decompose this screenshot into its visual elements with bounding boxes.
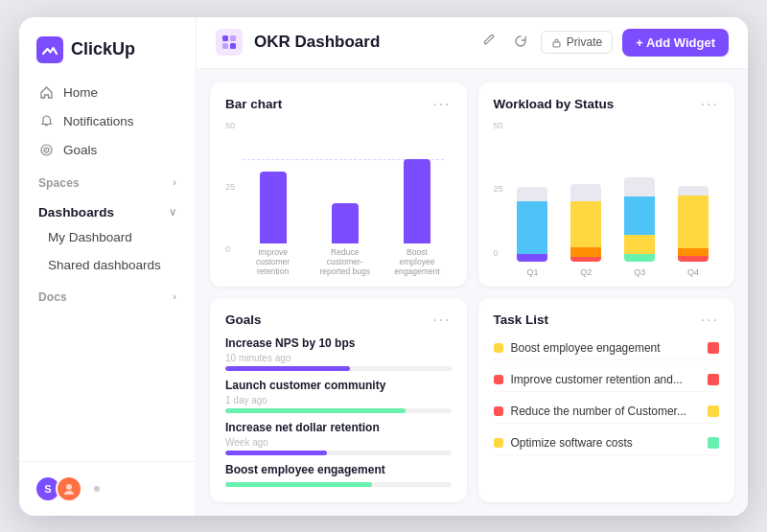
q4-seg-3 xyxy=(678,256,709,262)
q4-seg-0 xyxy=(678,186,709,196)
goal-1-progress-fill xyxy=(225,366,350,371)
bar-1 xyxy=(260,172,287,243)
dashboards-label: Dashboards xyxy=(38,205,114,220)
q4-label: Q4 xyxy=(687,267,699,277)
target-icon xyxy=(38,143,54,158)
task-name-3: Reduce the number of Customer... xyxy=(511,405,701,418)
workload-more-button[interactable]: ··· xyxy=(701,96,719,113)
q3-seg-3 xyxy=(624,254,655,262)
stacked-bar-q4-bar xyxy=(678,186,709,262)
docs-label: Docs xyxy=(38,290,67,304)
bar-label-3: Boost employee engagement xyxy=(390,247,443,277)
stacked-chart-area: 50 25 0 Q xyxy=(494,121,720,277)
workload-widget: Workload by Status ··· 50 25 0 xyxy=(478,82,735,287)
svg-point-4 xyxy=(66,484,72,490)
dashboard-title: OKR Dashboard xyxy=(254,33,468,52)
bar-group-1: Improve customer retention xyxy=(246,172,299,277)
sidebar-item-my-dashboard[interactable]: My Dashboard xyxy=(29,223,186,251)
goal-4-progress-bar xyxy=(225,482,452,487)
grid-icon xyxy=(221,35,237,50)
edit-button[interactable] xyxy=(479,31,500,55)
goals-widget: Goals ··· Increase NPS by 10 bps 10 minu… xyxy=(210,298,467,502)
avatar-stack: S xyxy=(35,475,82,502)
svg-point-3 xyxy=(45,150,47,151)
bar-3 xyxy=(404,159,430,243)
goal-item-2: Launch customer community 1 day ago xyxy=(225,379,452,413)
clickup-logo-icon xyxy=(36,36,63,63)
dashboards-chevron-icon: ∨ xyxy=(169,206,176,219)
main-content: OKR Dashboard Private + Add Widget xyxy=(197,17,748,516)
q3-seg-2 xyxy=(624,235,655,254)
bar-label-1: Improve customer retention xyxy=(246,247,299,277)
q1-seg-2 xyxy=(517,254,547,262)
bar-group-2: Reduce customer-reported bugs xyxy=(318,203,371,277)
sidebar-item-shared-dashboards[interactable]: Shared dashboards xyxy=(29,251,186,279)
task-item-2[interactable]: Improve customer retention and... xyxy=(494,368,720,392)
task-item-3[interactable]: Reduce the number of Customer... xyxy=(494,400,720,424)
q3-label: Q3 xyxy=(634,267,645,277)
task-dot-1 xyxy=(494,343,503,353)
goal-item-1: Increase NPS by 10 bps 10 minutes ago xyxy=(225,336,452,371)
task-list-title: Task List xyxy=(494,312,549,327)
task-name-4: Optimize software costs xyxy=(511,436,701,450)
bell-icon xyxy=(38,114,54,129)
task-dot-4 xyxy=(494,438,503,448)
q2-seg-3 xyxy=(570,257,601,262)
q4-seg-2 xyxy=(678,248,709,256)
goal-4-name: Boost employee engagement xyxy=(225,463,385,476)
task-flag-3 xyxy=(708,405,719,417)
goal-1-progress-bar xyxy=(225,366,452,371)
my-dashboard-label: My Dashboard xyxy=(48,230,132,244)
sidebar-item-home-label: Home xyxy=(63,85,98,100)
bar-group-3: Boost employee engagement xyxy=(390,159,443,277)
svg-rect-6 xyxy=(230,35,236,41)
stacked-bar-q1: Q1 xyxy=(515,187,551,277)
q2-seg-2 xyxy=(570,247,601,257)
goal-1-name: Increase NPS by 10 bps xyxy=(225,336,355,350)
workload-header: Workload by Status ··· xyxy=(494,96,720,113)
goal-3-time: Week ago xyxy=(225,437,452,448)
goal-2-time: 1 day ago xyxy=(225,395,452,405)
q3-seg-1 xyxy=(624,197,655,235)
refresh-button[interactable] xyxy=(510,31,531,55)
task-name-2: Improve customer retention and... xyxy=(511,373,701,386)
logo-text: ClickUp xyxy=(71,39,135,59)
bar-chart-area: 50 25 0 Improve customer retention xyxy=(225,121,452,277)
home-icon xyxy=(38,85,54,101)
stacked-bar-q4: Q4 xyxy=(675,186,711,277)
goal-3-progress-fill xyxy=(225,451,327,455)
svg-rect-9 xyxy=(553,42,560,47)
sidebar-item-home[interactable]: Home xyxy=(29,79,186,107)
task-list-widget: Task List ··· Boost employee engagement … xyxy=(478,298,735,502)
dashboard-grid: Bar chart ··· 50 25 0 xyxy=(197,69,748,516)
docs-chevron-icon: › xyxy=(173,290,176,302)
shared-dashboards-label: Shared dashboards xyxy=(48,258,161,272)
bar-chart-title: Bar chart xyxy=(225,97,282,111)
private-badge[interactable]: Private xyxy=(541,31,613,54)
add-widget-button[interactable]: + Add Widget xyxy=(622,29,729,57)
goals-more-button[interactable]: ··· xyxy=(432,312,451,329)
spaces-section: Spaces › xyxy=(29,165,186,194)
task-flag-4 xyxy=(708,437,719,449)
task-list: Boost employee engagement Improve custom… xyxy=(494,336,720,493)
goals-title: Goals xyxy=(225,312,262,327)
stacked-bar-q2-bar xyxy=(570,184,601,262)
stacked-bar-q3: Q3 xyxy=(621,177,658,277)
q3-seg-0 xyxy=(624,177,655,197)
q2-seg-0 xyxy=(570,184,601,201)
bar-2 xyxy=(332,203,359,243)
task-list-more-button[interactable]: ··· xyxy=(701,312,719,329)
task-item-1[interactable]: Boost employee engagement xyxy=(494,336,720,360)
bar-chart-more-button[interactable]: ··· xyxy=(432,96,451,113)
sidebar-item-goals[interactable]: Goals xyxy=(29,136,186,165)
task-flag-2 xyxy=(708,374,719,385)
q1-seg-0 xyxy=(517,187,547,201)
goal-2-header: Launch customer community xyxy=(225,379,452,392)
stacked-bar-q2: Q2 xyxy=(568,184,604,277)
goal-2-progress-bar xyxy=(225,408,452,413)
workload-title: Workload by Status xyxy=(494,97,615,111)
spaces-chevron-icon: › xyxy=(173,176,176,188)
task-item-4[interactable]: Optimize software costs xyxy=(494,431,720,455)
task-dot-3 xyxy=(494,406,503,416)
sidebar-item-notifications[interactable]: Notifications xyxy=(29,107,186,136)
